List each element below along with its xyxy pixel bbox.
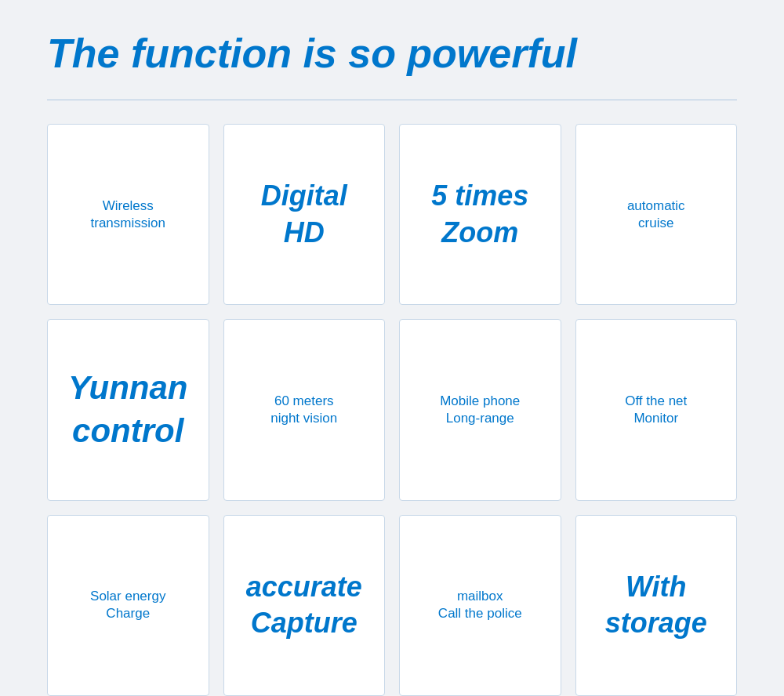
feature-cell-wireless-transmission: Wirelesstransmission [47,124,209,305]
feature-cell-yunnan-control: Yunnancontrol [47,319,209,500]
feature-label-digital-hd: DigitalHD [261,178,347,252]
feature-label-mobile-phone-long-range: Mobile phoneLong-range [440,393,520,427]
feature-label-yunnan-control: Yunnancontrol [68,367,187,452]
feature-label-accurate-capture: accurateCapture [246,569,362,643]
feature-label-mailbox-call-the-police: mailboxCall the police [438,588,522,622]
feature-cell-solar-energy-charge: Solar energyCharge [47,515,209,696]
feature-cell-digital-hd: DigitalHD [223,124,386,305]
features-grid: WirelesstransmissionDigitalHD5 timesZoom… [0,124,784,696]
main-title: The function is so powerful [47,31,737,76]
feature-cell-off-the-net-monitor: Off the netMonitor [575,319,738,500]
feature-label-wireless-transmission: Wirelesstransmission [91,198,165,232]
feature-cell-mobile-phone-long-range: Mobile phoneLong-range [399,319,561,500]
feature-label-sixty-meters-night-vision: 60 metersnight vision [270,393,337,427]
feature-label-five-times-zoom: 5 timesZoom [431,178,528,252]
feature-cell-accurate-capture: accurateCapture [223,515,386,696]
feature-cell-sixty-meters-night-vision: 60 metersnight vision [223,319,386,500]
header: The function is so powerful [0,0,784,92]
feature-label-off-the-net-monitor: Off the netMonitor [625,393,687,427]
feature-cell-five-times-zoom: 5 timesZoom [399,124,561,305]
divider [47,100,737,100]
feature-label-solar-energy-charge: Solar energyCharge [90,588,165,622]
feature-label-with-storage: Withstorage [605,569,707,643]
feature-cell-mailbox-call-the-police: mailboxCall the police [399,515,561,696]
feature-cell-with-storage: Withstorage [575,515,738,696]
feature-label-automatic-cruise: automaticcruise [627,198,685,232]
feature-cell-automatic-cruise: automaticcruise [575,124,738,305]
